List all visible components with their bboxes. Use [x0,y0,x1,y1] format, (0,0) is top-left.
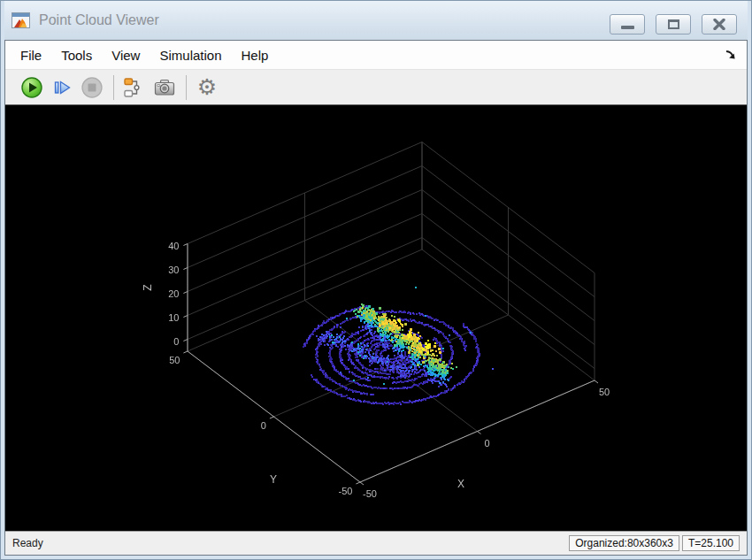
menu-file[interactable]: File [11,48,51,63]
gear-icon: ⚙ [197,76,217,99]
title-bar[interactable]: Point Cloud Viewer [4,1,748,40]
status-time-badge: T=25.100 [682,535,740,551]
matlab-logo-icon [12,17,29,28]
stop-button [80,75,104,100]
stop-icon [81,76,104,99]
window-controls [610,14,737,35]
plot-canvas[interactable] [5,105,747,531]
close-icon [713,19,725,30]
status-organized-badge: Organized:80x360x3 [569,535,679,551]
settings-button[interactable]: ⚙ [195,75,219,100]
camera-icon [153,76,176,99]
minimize-button[interactable] [610,14,645,35]
simulink-block-icon [123,76,146,99]
menu-tools[interactable]: Tools [51,48,102,63]
maximize-icon [668,19,679,29]
step-forward-button[interactable] [50,75,74,100]
menu-help[interactable]: Help [232,48,279,63]
menu-bar: File Tools View Simulation Help [5,41,747,70]
status-message: Ready [12,537,43,549]
highlight-simulink-block-button[interactable] [122,75,147,100]
menu-simulation[interactable]: Simulation [150,48,231,63]
play-icon [20,76,43,99]
step-forward-icon [50,76,73,99]
dock-arrow-icon[interactable] [724,48,738,62]
close-button[interactable] [702,14,737,35]
toolbar-separator [113,75,114,100]
point-cloud-display [5,105,747,531]
menu-view[interactable]: View [102,48,150,63]
minimize-icon [621,26,634,29]
point-cloud-viewer-window: Point Cloud Viewer File Tools View Simul… [0,0,752,560]
window-title: Point Cloud Viewer [39,12,159,28]
toolbar-separator [186,75,187,100]
window-content: File Tools View Simulation Help [4,40,748,556]
toolbar: ⚙ [5,70,747,105]
snapshot-button[interactable] [152,75,177,100]
run-button[interactable] [19,75,44,100]
status-bar: Ready Organized:80x360x3 T=25.100 [5,531,747,555]
matlab-app-icon [12,12,30,28]
maximize-button[interactable] [656,14,691,35]
